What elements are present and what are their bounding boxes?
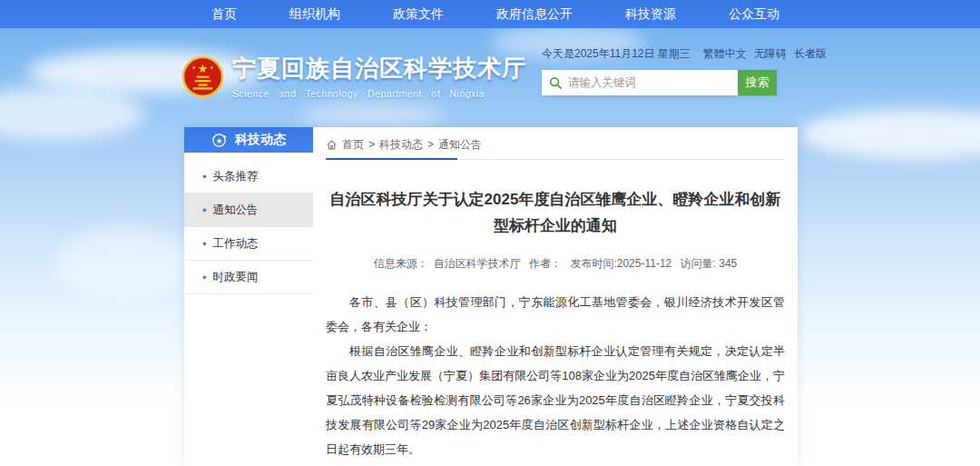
sidebar-item-politics-news[interactable]: 时政要闻 [184, 261, 313, 294]
site-subtitle: Science and Technology Department of Nin… [232, 88, 526, 99]
meta-views: 访问量: 345 [681, 257, 738, 270]
site-brand[interactable]: ★ ★ ★ 宁夏回族自治区科学技术厅 Science and Technolog… [181, 53, 526, 99]
header-utilities: 今天是2025年11月12日 星期三 繁體中文 无障碍 长者版 搜索 [542, 46, 792, 95]
search-button[interactable]: 搜索 [738, 70, 777, 95]
cloud-decoration [54, 227, 191, 300]
svg-text:★: ★ [216, 135, 223, 144]
sidebar-item-label: 时政要闻 [213, 270, 259, 285]
nav-item-interaction[interactable]: 公众互动 [729, 6, 779, 23]
nav-item-resources[interactable]: 科技资源 [625, 6, 676, 23]
sidebar-item-label: 通知公告 [213, 203, 259, 218]
sidebar-item-label: 头条推荐 [213, 169, 259, 184]
article-meta: 信息来源：自治区科学技术厅 作者： 发布时间:2025-11-12 访问量: 3… [326, 256, 785, 272]
star-circle-icon: ★ [211, 133, 227, 148]
meta-source: 自治区科学技术厅 [434, 257, 521, 270]
link-traditional-chinese[interactable]: 繁體中文 [703, 46, 747, 62]
sidebar-item-headlines[interactable]: 头条推荐 [184, 160, 313, 193]
cloud-decoration [0, 86, 145, 141]
search-input[interactable] [568, 76, 730, 89]
link-accessibility[interactable]: 无障碍 [754, 46, 787, 62]
sidebar: ★ 科技动态 头条推荐 通知公告 工作动态 时政要闻 [184, 127, 313, 466]
sidebar-item-work-news[interactable]: 工作动态 [184, 227, 313, 261]
article-body: 各市、县（区）科技管理部门，宁东能源化工基地管委会，银川经济技术开发区管委会，各… [326, 290, 785, 461]
breadcrumb-home[interactable]: 首页 [342, 137, 364, 153]
article-paragraph: 各市、县（区）科技管理部门，宁东能源化工基地管委会，银川经济技术开发区管委会，各… [326, 290, 785, 339]
sidebar-header-tech-news[interactable]: ★ 科技动态 [184, 127, 313, 153]
home-icon [326, 139, 338, 151]
cloud-decoration [799, 109, 980, 159]
breadcrumb: 首页 > 科技动态 > 通知公告 [326, 136, 785, 153]
national-emblem-logo: ★ ★ ★ [181, 55, 224, 98]
svg-text:★: ★ [192, 65, 197, 70]
site-title: 宁夏回族自治区科学技术厅 [232, 53, 526, 84]
breadcrumb-notices[interactable]: 通知公告 [438, 137, 482, 153]
nav-item-home[interactable]: 首页 [211, 6, 237, 23]
top-navigation: 首页 组织机构 政策文件 政府信息公开 科技资源 公众互动 [0, 0, 980, 28]
current-date: 今天是2025年11月12日 星期三 [542, 46, 691, 62]
breadcrumb-separator: > [368, 138, 375, 151]
content-panel: ★ 科技动态 头条推荐 通知公告 工作动态 时政要闻 [184, 127, 798, 466]
link-elder-version[interactable]: 长者版 [794, 46, 827, 62]
meta-author-label: 作者： [529, 257, 562, 270]
nav-item-organization[interactable]: 组织机构 [289, 6, 340, 23]
article-area: 首页 > 科技动态 > 通知公告 自治区科技厅关于认定2025年度自治区雏鹰企业… [313, 127, 798, 466]
search-icon [549, 76, 563, 90]
meta-publish-time: 发布时间:2025-11-12 [570, 257, 671, 270]
article-title: 自治区科技厅关于认定2025年度自治区雏鹰企业、瞪羚企业和创新型标杆企业的通知 [328, 186, 782, 239]
svg-text:★: ★ [210, 65, 214, 70]
article-paragraph: 根据自治区雏鹰企业、瞪羚企业和创新型标杆企业认定管理有关规定，决定认定半亩良人农… [326, 339, 785, 461]
sidebar-title: 科技动态 [235, 132, 286, 148]
meta-source-label: 信息来源： [374, 257, 428, 270]
nav-item-policy[interactable]: 政策文件 [393, 6, 444, 23]
nav-item-gov-info[interactable]: 政府信息公开 [496, 6, 573, 23]
breadcrumb-tech-news[interactable]: 科技动态 [379, 137, 423, 153]
breadcrumb-divider [326, 159, 785, 160]
search-bar: 搜索 [542, 70, 777, 95]
breadcrumb-separator: > [427, 138, 434, 151]
cloud-decoration [299, 102, 445, 129]
sidebar-item-label: 工作动态 [213, 236, 259, 252]
sidebar-item-notices[interactable]: 通知公告 [184, 193, 313, 227]
svg-text:★: ★ [198, 62, 208, 75]
